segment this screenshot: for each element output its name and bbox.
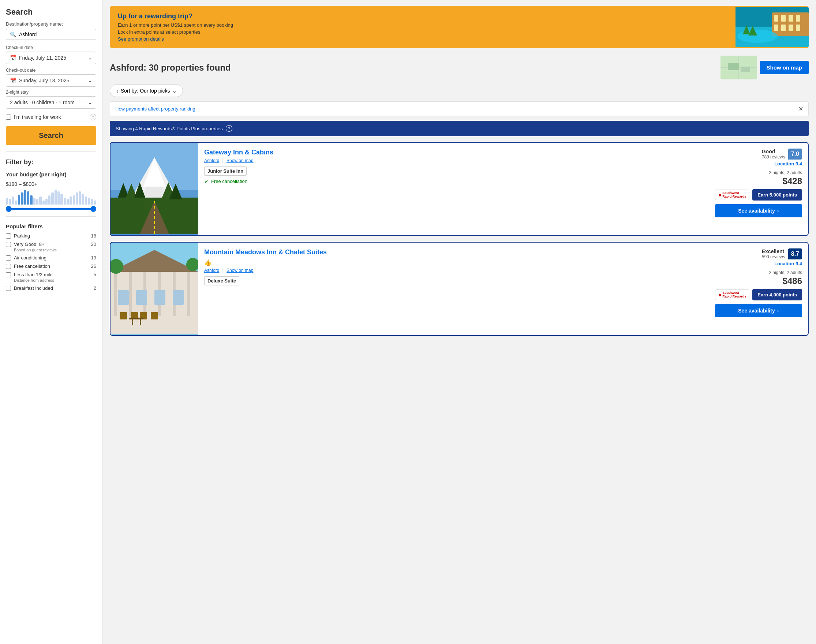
property-city-link-2[interactable]: Ashford: [204, 268, 219, 273]
room-type-2: Deluxe Suite: [204, 276, 239, 285]
property-image-2: [110, 242, 198, 335]
filter-sub-4: Distance from address: [14, 278, 96, 282]
budget-chart: [6, 190, 96, 204]
checkout-field[interactable]: 📅 Sunday, July 13, 2025 ⌄: [6, 74, 96, 87]
property-name-2[interactable]: Mountain Meadows Inn & Chalet Suites: [204, 248, 327, 256]
budget-slider-right-thumb[interactable]: [90, 206, 96, 212]
filter-sub-1: Based on guest reviews: [14, 248, 96, 252]
svg-rect-10: [796, 25, 800, 31]
svg-rect-33: [114, 272, 117, 316]
budget-bar: [69, 196, 72, 204]
see-availability-button-1[interactable]: See availability ›: [715, 204, 802, 217]
filter-item: Air conditioning 19: [6, 255, 96, 261]
price-2: $486: [783, 276, 802, 286]
checkout-label: Check-out date: [6, 68, 96, 73]
svg-rect-34: [129, 272, 132, 316]
filter-checkbox-1[interactable]: [6, 242, 11, 247]
promo-line2: Lock in extra points at select propertie…: [118, 29, 727, 35]
results-header: Ashford: 30 properties found Show on map: [110, 56, 809, 80]
filter-item: Very Good: 8+ 20: [6, 241, 96, 247]
budget-bar: [91, 199, 93, 204]
rapid-rewards-banner: Showing 4 Rapid Rewards® Points Plus pro…: [110, 121, 809, 136]
sort-bar: ↕ Sort by: Our top picks ⌄: [110, 84, 809, 97]
score-reviews-1: 789 reviews: [762, 155, 785, 159]
budget-bar: [27, 192, 29, 204]
budget-bar: [60, 194, 63, 204]
work-travel-checkbox[interactable]: [6, 115, 11, 120]
budget-bar: [88, 198, 90, 204]
destination-input[interactable]: [19, 31, 92, 37]
budget-bar: [21, 192, 23, 204]
filter-count-5: 2: [94, 285, 96, 291]
svg-rect-18: [741, 67, 750, 72]
svg-rect-44: [120, 312, 127, 319]
svg-rect-9: [788, 25, 793, 31]
svg-rect-3: [774, 15, 778, 21]
score-label-1: Good: [762, 149, 785, 155]
filter-checkbox-5[interactable]: [6, 286, 11, 291]
search-button[interactable]: Search: [6, 126, 96, 145]
filter-checkbox-3[interactable]: [6, 264, 11, 269]
southwest-logo-1: ● SouthwestRapid Rewards: [715, 190, 750, 201]
property-city-link-1[interactable]: Ashford: [204, 158, 219, 163]
promo-title: Up for a rewarding trip?: [118, 12, 727, 20]
results-title: Ashford: 30 properties found: [110, 63, 231, 73]
see-availability-button-2[interactable]: See availability ›: [715, 304, 802, 317]
property-body-2: Mountain Meadows Inn & Chalet Suites 👍 A…: [198, 242, 808, 335]
show-on-map-link-1[interactable]: Show on map: [227, 158, 253, 163]
budget-slider-left-thumb[interactable]: [6, 206, 12, 212]
earn-points-button-1[interactable]: Earn 5,000 points: [752, 189, 802, 201]
show-on-map-link-2[interactable]: Show on map: [227, 268, 253, 273]
property-card-2: Mountain Meadows Inn & Chalet Suites 👍 A…: [110, 242, 809, 336]
guests-field[interactable]: 2 adults · 0 children · 1 room ⌄: [6, 96, 96, 109]
score-area-2: Excellent 590 reviews 8.7: [762, 248, 802, 259]
chevron-down-icon-3: ⌄: [88, 100, 92, 105]
rapid-rewards-text: Showing 4 Rapid Rewards® Points Plus pro…: [116, 126, 223, 131]
svg-rect-7: [774, 25, 778, 31]
filter-checkbox-0[interactable]: [6, 233, 11, 239]
property-name-1[interactable]: Gateway Inn & Cabins: [204, 149, 709, 156]
budget-bar: [9, 199, 11, 204]
property-pricing-2: Excellent 590 reviews 8.7 Location 9.4 2…: [715, 248, 802, 329]
filter-checkbox-4[interactable]: [6, 272, 11, 278]
filter-count-1: 20: [91, 241, 96, 247]
work-travel-help-icon[interactable]: ?: [90, 114, 96, 120]
checkin-value: Friday, July 11, 2025: [19, 55, 66, 61]
destination-field[interactable]: 🔍: [6, 29, 96, 40]
filter-label-2: Air conditioning: [14, 255, 88, 261]
score-badge-1: 7.0: [788, 149, 802, 159]
filter-label-3: Free cancellation: [14, 264, 88, 269]
show-on-map-button[interactable]: Show on map: [760, 61, 809, 74]
southwest-text-2: SouthwestRapid Rewards: [722, 291, 746, 299]
filter-list: Parking 18 Very Good: 8+ 20 Based on gue…: [6, 233, 96, 291]
svg-rect-4: [781, 15, 785, 21]
sort-label: Sort by: Our top picks: [121, 88, 170, 94]
close-icon[interactable]: ✕: [798, 105, 803, 112]
free-cancel-text-1: Free cancellation: [211, 179, 247, 184]
promo-link[interactable]: See promotion details: [118, 36, 727, 42]
earn-points-button-2[interactable]: Earn 4,000 points: [752, 289, 802, 301]
filter-checkbox-2[interactable]: [6, 255, 11, 261]
southwest-logo-2: ● SouthwestRapid Rewards: [715, 290, 750, 301]
svg-rect-42: [155, 290, 166, 305]
promo-line1: Earn 1 or more point per US$1 spent on e…: [118, 22, 727, 28]
room-type-1: Junior Suite Inn: [204, 167, 247, 176]
budget-slider-fill: [6, 208, 96, 210]
svg-rect-49: [132, 319, 133, 325]
filter-count-3: 26: [91, 264, 96, 269]
promo-content: Up for a rewarding trip? Earn 1 or more …: [110, 6, 736, 48]
svg-rect-43: [173, 290, 184, 305]
budget-bar: [39, 196, 41, 204]
filter-item: Free cancellation 26: [6, 264, 96, 269]
checkin-field[interactable]: 📅 Friday, July 11, 2025 ⌄: [6, 52, 96, 64]
location-score-1: Location 9.4: [774, 161, 802, 167]
filter-label-1: Very Good: 8+: [14, 241, 88, 247]
sidebar: Search Destination/property name: 🔍 Chec…: [0, 0, 103, 644]
sort-button[interactable]: ↕ Sort by: Our top picks ⌄: [110, 84, 183, 97]
availability-label-2: See availability: [738, 308, 775, 314]
rapid-rewards-help-icon[interactable]: ?: [226, 125, 232, 132]
info-banner-text[interactable]: How payments affect property ranking: [115, 106, 195, 112]
budget-bar: [45, 199, 48, 204]
budget-bar: [24, 190, 26, 204]
property-pricing-1: Good 789 reviews 7.0 Location 9.4 2 nigh…: [715, 149, 802, 229]
